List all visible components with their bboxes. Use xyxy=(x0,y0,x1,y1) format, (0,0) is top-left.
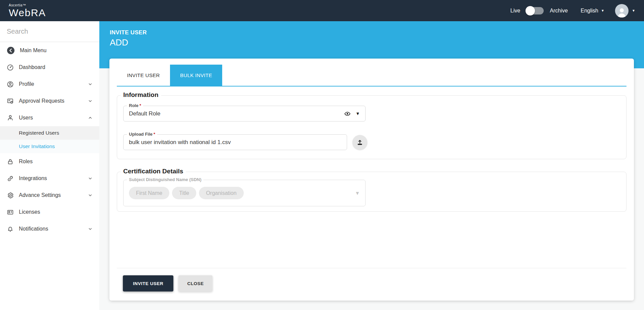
sidebar-item-label: Notifications xyxy=(19,226,48,232)
sidebar-item-user-invitations[interactable]: User Invitations xyxy=(0,140,99,153)
sidebar-item-label: Licenses xyxy=(19,209,40,215)
chevron-down-icon xyxy=(88,176,93,181)
chevron-down-icon[interactable]: ▼ xyxy=(355,111,360,116)
lock-icon xyxy=(7,158,14,165)
sdn-label: Subject Distinguished Name (SDN) xyxy=(127,177,203,182)
bell-icon xyxy=(7,226,14,233)
search-input[interactable] xyxy=(7,28,96,35)
upload-file-value: bulk user invitation with national id 1.… xyxy=(129,139,231,146)
role-select[interactable]: Role* Default Role ▼ xyxy=(123,106,366,122)
sdn-chip-first-name: First Name xyxy=(129,187,169,199)
user-menu[interactable]: ▼ xyxy=(615,4,635,18)
chevron-down-icon: ▼ xyxy=(355,190,360,196)
chevron-down-icon xyxy=(88,193,93,198)
sidebar-item-label: Main Menu xyxy=(20,47,46,54)
main-area: INVITE USER ADD INVITE USER BULK INVITE … xyxy=(99,21,644,310)
brand-logo: Ascertia™ WebRA xyxy=(9,4,46,18)
top-navbar: Ascertia™ WebRA Live Archive English ▼ ▼ xyxy=(0,0,644,21)
language-selector[interactable]: English ▼ xyxy=(581,8,604,14)
sdn-select-disabled: Subject Distinguished Name (SDN) First N… xyxy=(123,180,366,206)
page-subtitle: ADD xyxy=(110,37,147,48)
dashboard-icon xyxy=(7,64,14,71)
sidebar-item-approval-requests[interactable]: Approval Requests xyxy=(0,93,99,109)
sidebar-item-users[interactable]: Users xyxy=(0,109,99,126)
chevron-down-icon: ▼ xyxy=(601,9,604,12)
sidebar-item-label: Roles xyxy=(19,159,33,165)
upload-row: Upload File* bulk user invitation with n… xyxy=(123,134,620,150)
chevron-down-icon xyxy=(88,82,93,87)
upload-file-field[interactable]: Upload File* bulk user invitation with n… xyxy=(123,134,347,150)
role-value: Default Role xyxy=(129,110,161,117)
sidebar-item-label: Registered Users xyxy=(19,130,59,136)
sidebar-item-profile[interactable]: Profile xyxy=(0,76,99,93)
sidebar-item-label: Users xyxy=(19,115,33,121)
sidebar: Main Menu Dashboard Profile xyxy=(0,21,99,310)
sidebar-item-registered-users[interactable]: Registered Users xyxy=(0,126,99,140)
live-label[interactable]: Live xyxy=(510,8,520,14)
sidebar-item-main-menu[interactable]: Main Menu xyxy=(0,42,99,59)
sidebar-item-label: User Invitations xyxy=(19,143,55,149)
certification-section: Certification Details Subject Distinguis… xyxy=(117,172,626,212)
eye-icon[interactable] xyxy=(344,110,351,117)
profile-icon xyxy=(7,81,14,88)
sidebar-item-label: Approval Requests xyxy=(19,98,64,104)
toggle-knob[interactable] xyxy=(526,6,535,15)
upload-file-label: Upload File* xyxy=(127,132,157,137)
tab-invite-user[interactable]: INVITE USER xyxy=(117,65,170,86)
language-label: English xyxy=(581,8,598,14)
information-section: Information Role* Default Role ▼ xyxy=(117,95,626,159)
users-submenu: Registered Users User Invitations xyxy=(0,126,99,153)
sidebar-item-roles[interactable]: Roles xyxy=(0,153,99,170)
role-label: Role* xyxy=(127,103,143,108)
sdn-chip-title: Title xyxy=(172,187,196,199)
chevron-down-icon xyxy=(88,227,93,231)
brand-webra: WebRA xyxy=(9,7,46,18)
sidebar-item-integrations[interactable]: Integrations xyxy=(0,170,99,187)
information-legend: Information xyxy=(121,91,161,99)
sidebar-item-dashboard[interactable]: Dashboard xyxy=(0,59,99,76)
sidebar-item-label: Integrations xyxy=(19,175,47,181)
back-circle-icon xyxy=(7,46,15,55)
upload-button[interactable] xyxy=(352,135,367,150)
upload-icon xyxy=(356,139,364,146)
certification-legend: Certification Details xyxy=(121,168,186,175)
approval-requests-icon xyxy=(7,98,14,105)
invite-user-button[interactable]: INVITE USER xyxy=(123,275,173,291)
sidebar-item-label: Dashboard xyxy=(19,64,45,70)
sidebar-item-label: Profile xyxy=(19,81,34,87)
page-title: INVITE USER xyxy=(110,29,147,36)
sidebar-item-licenses[interactable]: Licenses xyxy=(0,204,99,220)
chevron-down-icon xyxy=(88,99,93,103)
avatar[interactable] xyxy=(615,4,629,18)
users-icon xyxy=(7,114,14,122)
footer-divider xyxy=(117,268,626,268)
invite-user-card: INVITE USER BULK INVITE Information Role… xyxy=(109,59,634,301)
link-icon xyxy=(7,175,14,182)
navbar-controls: Live Archive English ▼ ▼ xyxy=(510,4,635,18)
live-archive-toggle[interactable] xyxy=(526,7,544,14)
sidebar-item-label: Advance Settings xyxy=(19,192,61,198)
page-header: INVITE USER ADD xyxy=(110,29,147,48)
chevron-up-icon xyxy=(88,115,93,120)
brand-ascertia: Ascertia™ xyxy=(9,4,46,7)
chevron-down-icon: ▼ xyxy=(632,9,635,12)
sdn-chip-organisation: Organisation xyxy=(199,187,244,199)
sidebar-item-advance-settings[interactable]: Advance Settings xyxy=(0,187,99,204)
sidebar-search xyxy=(0,21,99,42)
id-card-icon xyxy=(7,209,14,216)
gear-icon xyxy=(7,192,14,199)
footer-buttons: INVITE USER CLOSE xyxy=(117,275,626,291)
tab-bar: INVITE USER BULK INVITE xyxy=(117,65,626,87)
sidebar-item-notifications[interactable]: Notifications xyxy=(0,220,99,237)
close-button[interactable]: CLOSE xyxy=(178,275,212,291)
archive-label[interactable]: Archive xyxy=(550,8,568,14)
sdn-chips: First Name Title Organisation xyxy=(129,187,244,199)
tab-bulk-invite[interactable]: BULK INVITE xyxy=(170,65,222,86)
sidebar-menu: Main Menu Dashboard Profile xyxy=(0,42,99,237)
person-icon xyxy=(616,6,628,18)
